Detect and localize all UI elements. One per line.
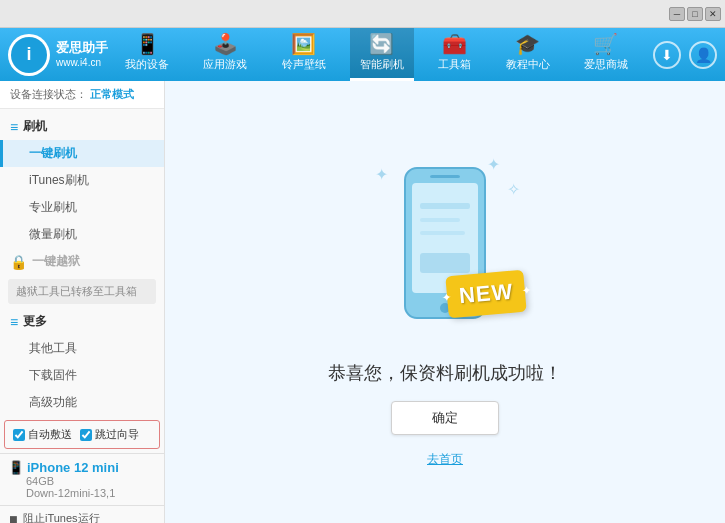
my-device-icon: 📱 [135,34,160,54]
sidebar-bottom-action[interactable]: ⏹ 阻止iTunes运行 [0,505,164,523]
skip-wizard-input[interactable] [80,429,92,441]
svg-rect-3 [430,175,460,178]
my-device-label: 我的设备 [125,57,169,72]
menu-one-key-flash[interactable]: 一键刷机 [0,140,164,167]
nav-items: 📱 我的设备 🕹️ 应用游戏 🖼️ 铃声壁纸 🔄 智能刷机 🧰 工具箱 🎓 [108,28,645,81]
auto-download-checkbox[interactable]: 自动敷送 [13,427,72,442]
device-model: Down-12mini-13,1 [8,487,156,499]
download-button[interactable]: ⬇ [653,41,681,69]
header-right: ⬇ 👤 [653,41,717,69]
logo-icon: i [11,37,47,73]
device-storage: 64GB [8,475,156,487]
nav-store[interactable]: 🛒 爱思商城 [574,28,638,81]
svg-rect-7 [420,253,470,273]
more-section-icon: ≡ [10,314,18,330]
tutorial-label: 教程中心 [506,57,550,72]
device-name: 📱 iPhone 12 mini [8,460,156,475]
menu-pro-flash[interactable]: 专业刷机 [0,194,164,221]
toolbox-icon: 🧰 [442,34,467,54]
svg-rect-5 [420,218,460,222]
auto-download-input[interactable] [13,429,25,441]
skip-wizard-checkbox[interactable]: 跳过向导 [80,427,139,442]
header: i 爱思助手 www.i4.cn 📱 我的设备 🕹️ 应用游戏 🖼️ 铃声壁纸 … [0,28,725,81]
flash-section-icon: ≡ [10,119,18,135]
sidebar: 设备连接状态： 正常模式 ≡ 刷机 一键刷机 iTunes刷机 专业刷机 [0,81,165,523]
tutorial-icon: 🎓 [515,34,540,54]
success-text: 恭喜您，保资料刷机成功啦！ [328,361,562,385]
window-controls: ─ □ ✕ [669,7,721,21]
apps-games-label: 应用游戏 [203,57,247,72]
stop-itunes-icon: ⏹ [8,513,19,524]
apps-games-icon: 🕹️ [213,34,238,54]
device-status-label: 设备连接状态： [10,88,87,100]
new-badge: NEW [445,269,527,318]
user-button[interactable]: 👤 [689,41,717,69]
store-label: 爱思商城 [584,57,628,72]
app-name: 爱思助手 [56,40,108,57]
wallpaper-label: 铃声壁纸 [282,57,326,72]
menu-other-tools[interactable]: 其他工具 [0,335,164,362]
close-button[interactable]: ✕ [705,7,721,21]
logo-text: 爱思助手 www.i4.cn [56,40,108,70]
smart-flash-label: 智能刷机 [360,57,404,72]
success-content: ✦ ✦ ✧ [328,145,562,468]
menu-itunes-flash[interactable]: iTunes刷机 [0,167,164,194]
content-area: 设备连接状态： 正常模式 ≡ 刷机 一键刷机 iTunes刷机 专业刷机 [0,81,725,523]
jailbreak-notice: 越狱工具已转移至工具箱 [8,279,156,304]
maximize-button[interactable]: □ [687,7,703,21]
minimize-button[interactable]: ─ [669,7,685,21]
svg-rect-6 [420,231,465,235]
nav-toolbox[interactable]: 🧰 工具箱 [428,28,481,81]
device-info: 📱 iPhone 12 mini 64GB Down-12mini-13,1 [0,453,164,505]
go-home-link[interactable]: 去首页 [427,451,463,468]
title-bar: ─ □ ✕ [0,0,725,28]
nav-apps-games[interactable]: 🕹️ 应用游戏 [193,28,257,81]
sidebar-checkboxes: 自动敷送 跳过向导 [4,420,160,449]
flash-section-label: 刷机 [23,118,47,135]
app-url: www.i4.cn [56,56,108,69]
nav-tutorial[interactable]: 🎓 教程中心 [496,28,560,81]
menu-download-firmware[interactable]: 下载固件 [0,362,164,389]
confirm-button[interactable]: 确定 [391,401,499,435]
main-panel: ✦ ✦ ✧ [165,81,725,523]
toolbox-label: 工具箱 [438,57,471,72]
sparkle-1: ✦ [375,165,388,184]
logo-area: i 爱思助手 www.i4.cn [8,34,108,76]
menu-micro-flash[interactable]: 微量刷机 [0,221,164,248]
app-container: i 爱思助手 www.i4.cn 📱 我的设备 🕹️ 应用游戏 🖼️ 铃声壁纸 … [0,28,725,523]
phone-illustration: ✦ ✦ ✧ [355,145,535,345]
sidebar-menu: ≡ 刷机 一键刷机 iTunes刷机 专业刷机 微量刷机 🔒 [0,109,164,420]
jailbreak-section-label: 一键越狱 [32,253,80,270]
jailbreak-section-header[interactable]: 🔒 一键越狱 [0,248,164,275]
sparkle-3: ✧ [507,180,520,199]
device-phone-icon: 📱 [8,460,24,475]
device-status: 设备连接状态： 正常模式 [0,81,164,109]
svg-rect-4 [420,203,470,209]
smart-flash-icon: 🔄 [369,34,394,54]
new-badge-text: NEW [458,278,514,308]
jailbreak-section-icon: 🔒 [10,254,27,270]
flash-section-header[interactable]: ≡ 刷机 [0,113,164,140]
menu-advanced[interactable]: 高级功能 [0,389,164,416]
logo-circle: i [8,34,50,76]
device-status-value: 正常模式 [90,88,134,100]
wallpaper-icon: 🖼️ [291,34,316,54]
store-icon: 🛒 [593,34,618,54]
nav-my-device[interactable]: 📱 我的设备 [115,28,179,81]
more-section-header[interactable]: ≡ 更多 [0,308,164,335]
nav-wallpaper[interactable]: 🖼️ 铃声壁纸 [272,28,336,81]
nav-smart-flash[interactable]: 🔄 智能刷机 [350,28,414,81]
more-section-label: 更多 [23,313,47,330]
